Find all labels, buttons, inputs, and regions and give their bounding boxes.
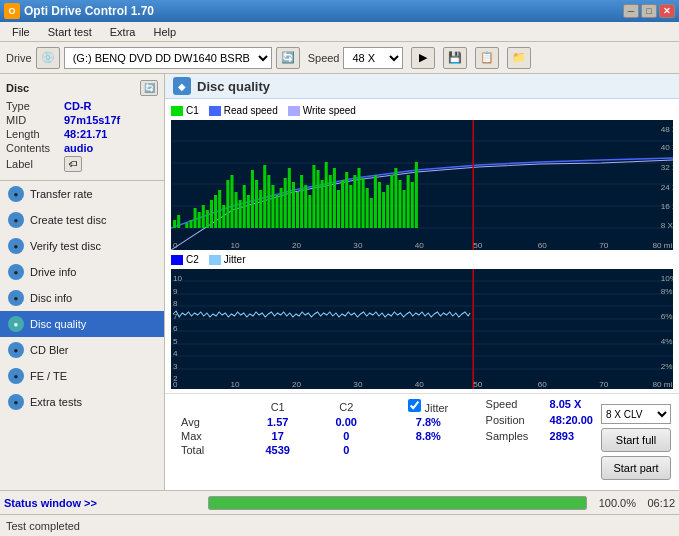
svg-rect-14 [206,210,209,228]
toolbar-btn2[interactable]: 💾 [443,47,467,69]
jitter-checkbox[interactable] [408,399,421,412]
svg-rect-51 [357,168,360,228]
speed-label: Speed [486,398,546,410]
start-part-button[interactable]: Start part [601,456,671,480]
toolbar-btn3[interactable]: 📋 [475,47,499,69]
stats-total-jitter [379,443,477,457]
disc-contents-key: Contents [6,142,64,154]
disc-label-icon-btn[interactable]: 🏷 [64,156,82,172]
menu-help[interactable]: Help [145,24,184,40]
menu-start-test[interactable]: Start test [40,24,100,40]
sidebar-item-fe-te[interactable]: ● FE / TE [0,363,164,389]
menu-extra[interactable]: Extra [102,24,144,40]
disc-length-key: Length [6,128,64,140]
svg-rect-30 [271,185,274,228]
speed-select[interactable]: 48 X [343,47,403,69]
drive-select[interactable]: (G:) BENQ DVD DD DW1640 BSRB [64,47,272,69]
stats-max-c1: 17 [242,429,313,443]
svg-rect-46 [337,190,340,228]
svg-rect-60 [394,168,397,228]
drive-refresh-btn[interactable]: 🔄 [276,47,300,69]
col-header-c1: C1 [242,398,313,415]
nav-label-disc: Disc info [30,292,72,304]
svg-text:20: 20 [292,380,302,389]
nav-icon-transfer: ● [8,186,24,202]
svg-text:30: 30 [353,380,363,389]
sidebar-item-drive-info[interactable]: ● Drive info [0,259,164,285]
content-area: ◆ Disc quality C1 Read speed Write speed [165,74,679,490]
svg-text:60: 60 [538,380,548,389]
upper-legend: C1 Read speed Write speed [171,103,673,118]
svg-rect-61 [398,180,401,228]
disc-length-val: 48:21.71 [64,128,107,140]
svg-rect-24 [247,195,250,228]
svg-rect-18 [222,205,225,228]
sidebar-item-disc-info[interactable]: ● Disc info [0,285,164,311]
nav-icon-disc: ● [8,290,24,306]
maximize-button[interactable]: □ [641,4,657,18]
content-header: ◆ Disc quality [165,74,679,99]
disc-title: Disc [6,82,29,94]
sidebar-item-verify-test-disc[interactable]: ● Verify test disc [0,233,164,259]
time-text: 06:12 [640,497,675,509]
sidebar-item-disc-quality[interactable]: ● Disc quality [0,311,164,337]
svg-text:30: 30 [353,241,363,250]
svg-rect-40 [312,165,315,228]
svg-rect-11 [194,208,197,228]
drive-icon-btn[interactable]: 💿 [36,47,60,69]
sidebar-item-cd-bler[interactable]: ● CD Bler [0,337,164,363]
start-full-button[interactable]: Start full [601,428,671,452]
svg-text:80 min: 80 min [653,380,673,389]
toolbar-btn4[interactable]: 📁 [507,47,531,69]
menu-file[interactable]: File [4,24,38,40]
stats-avg-jitter: 7.8% [379,415,477,429]
svg-rect-59 [390,175,393,228]
svg-rect-63 [407,175,410,228]
svg-text:4: 4 [173,349,178,358]
svg-rect-52 [362,178,365,228]
speed-value: 8.05 X [550,398,582,410]
svg-rect-26 [255,180,258,228]
legend-read-label: Read speed [224,105,278,116]
sidebar-item-create-test-disc[interactable]: ● Create test disc [0,207,164,233]
stats-total-c1: 4539 [242,443,313,457]
toolbar-btn1[interactable]: ▶ [411,47,435,69]
titlebar-buttons[interactable]: ─ □ ✕ [623,4,675,18]
sidebar-item-extra-tests[interactable]: ● Extra tests [0,389,164,415]
svg-text:10: 10 [230,241,240,250]
samples-row: Samples 2893 [486,430,593,442]
action-buttons: 8 X CLV Start full Start part [601,398,671,486]
progress-bar [209,497,586,509]
disc-label-row: Label 🏷 [6,156,158,172]
nav-icon-drive: ● [8,264,24,280]
stats-row-total: Total 4539 0 [173,443,478,457]
svg-rect-57 [382,192,385,228]
svg-rect-32 [280,188,283,228]
legend-jitter-color [209,255,221,265]
close-button[interactable]: ✕ [659,4,675,18]
disc-contents-val: audio [64,142,93,154]
lower-legend: C2 Jitter [171,252,673,267]
disc-header: Disc 🔄 [6,80,158,96]
legend-c1: C1 [171,105,199,116]
titlebar-left: O Opti Drive Control 1.70 [4,3,154,19]
minimize-button[interactable]: ─ [623,4,639,18]
svg-rect-15 [210,200,213,228]
titlebar: O Opti Drive Control 1.70 ─ □ ✕ [0,0,679,22]
stats-max-c2: 0 [313,429,379,443]
svg-rect-44 [329,175,332,228]
status-window-label[interactable]: Status window >> [4,497,97,509]
speed-mode-select[interactable]: 8 X CLV [601,404,671,424]
svg-text:10: 10 [173,274,183,283]
svg-rect-27 [259,190,262,228]
legend-c2-color [171,255,183,265]
svg-rect-82 [171,269,673,389]
disc-refresh-btn[interactable]: 🔄 [140,80,158,96]
legend-c1-label: C1 [186,105,199,116]
stats-avg-c2: 0.00 [313,415,379,429]
svg-rect-65 [415,162,418,228]
svg-text:50: 50 [473,241,483,250]
svg-rect-0 [171,120,673,250]
svg-rect-39 [308,195,311,228]
sidebar-item-transfer-rate[interactable]: ● Transfer rate [0,181,164,207]
